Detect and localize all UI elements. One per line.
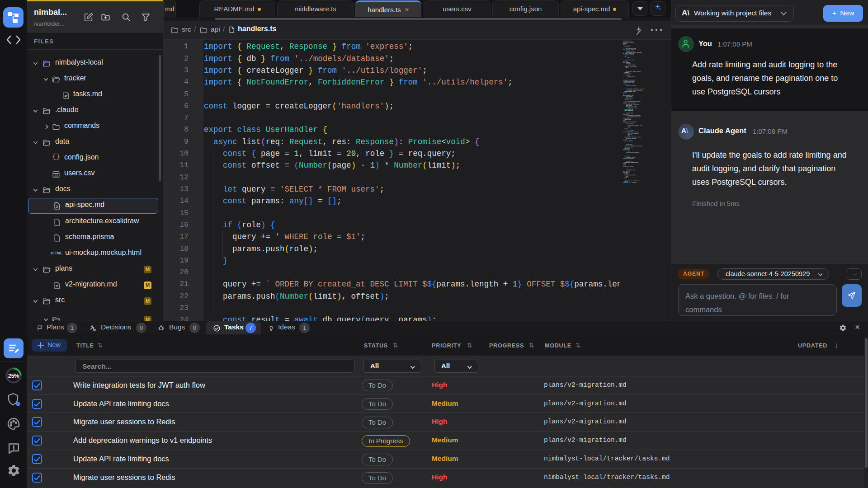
svg-text:25%: 25% — [8, 373, 19, 379]
